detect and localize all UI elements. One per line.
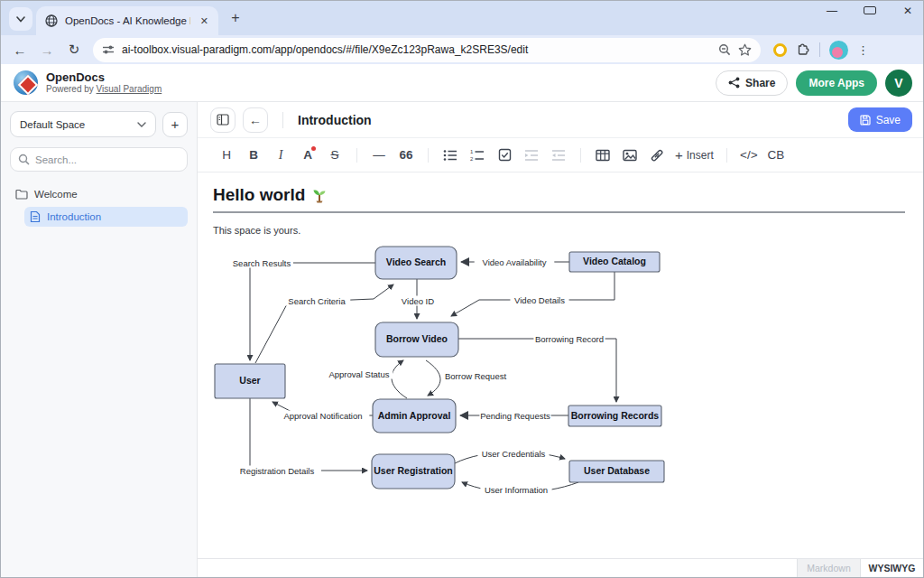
toolbar-strikethrough-button[interactable]: S [322,144,347,167]
panel-toggle-icon [217,114,229,126]
address-bar[interactable]: ai-toolbox.visual-paradigm.com/app/opend… [93,38,761,62]
document-icon [30,210,41,223]
app-subtitle: Powered by Visual Paradigm [46,84,162,94]
add-space-button[interactable]: + [162,112,188,137]
formatting-toolbar: HBIAS—6612+Insert</>CB [198,138,923,172]
user-avatar[interactable]: V [885,70,912,97]
diagram-node-video-catalog: Video Catalog [569,252,660,272]
window-close-button[interactable]: ✕ [901,5,914,17]
diagram-edge-label: Pending Requests [480,411,550,421]
tab-title: OpenDocs - AI Knowledge Base [65,15,190,26]
mode-markdown-button[interactable]: Markdown [797,559,860,577]
visual-paradigm-link[interactable]: Visual Paradigm [97,84,162,94]
window-minimize-button[interactable]: — [826,5,838,17]
dataflow-diagram[interactable]: Video SearchVideo CatalogBorrow VideoUse… [213,242,905,506]
url-text[interactable]: ai-toolbox.visual-paradigm.com/app/opend… [122,43,711,56]
toolbar-table-icon[interactable] [590,144,615,167]
save-button[interactable]: Save [848,107,912,132]
toolbar-text-color-button[interactable]: A [295,144,320,167]
diagram-edge-label: Approval Notification [283,411,362,421]
toolbar-code-block-button[interactable]: CB [763,144,789,167]
bookmark-star-icon[interactable] [738,43,752,57]
app-title-block: OpenDocs Powered by Visual Paradigm [46,71,162,94]
tab-search-button[interactable] [9,7,32,31]
document-canvas[interactable]: Hello world This space is yours. Video S… [198,172,923,558]
svg-text:Borrow Video: Borrow Video [386,333,448,344]
diagram-edge-label: Search Criteria [288,296,346,306]
forward-button[interactable]: → [35,38,59,61]
folder-icon [15,189,28,200]
toolbar-numbered-list-icon[interactable]: 12 [465,144,490,167]
diagram-node-admin-approval: Admin Approval [373,399,456,433]
reload-button[interactable]: ↻ [62,38,86,61]
more-apps-button[interactable]: More Apps [796,70,877,96]
profile-avatar[interactable] [829,41,848,60]
diagram-edge-label: Registration Details [240,466,315,476]
svg-text:User: User [239,375,260,386]
zoom-out-icon[interactable] [718,43,731,56]
toolbar-heading-button[interactable]: H [214,144,239,167]
diagram-edge-approval-status [392,360,407,398]
page-back-button[interactable]: ← [243,107,268,133]
diagram-node-user: User [215,364,285,398]
site-settings-icon[interactable] [102,44,115,55]
toolbar-blockquote-button[interactable]: 66 [393,144,419,167]
diagram-edge-search-results [250,263,375,360]
save-label: Save [876,114,901,126]
browser-menu-icon[interactable]: ⋮ [857,43,869,57]
svg-text:1: 1 [470,149,474,154]
extension-badge-icon[interactable] [773,43,787,57]
diagram-edge-label: Search Results [233,258,291,268]
toolbar-outdent-icon[interactable] [546,144,571,167]
svg-text:Admin Approval: Admin Approval [378,410,451,421]
toolbar-link-icon[interactable] [644,144,670,167]
toolbar-indent-icon[interactable] [519,144,544,167]
space-selector[interactable]: Default Space [10,111,156,137]
diagram-node-video-search: Video Search [375,247,457,279]
sidebar: Default Space + Welcome [1,102,198,577]
toolbar-bold-button[interactable]: B [241,144,266,167]
globe-favicon-icon [45,14,58,27]
diagram-edge-label: Borrow Request [445,371,506,381]
toolbar-divider [726,148,727,163]
app-title: OpenDocs [46,71,162,84]
tab-close-icon[interactable]: ✕ [198,15,211,27]
share-icon [728,77,740,89]
toolbar-divider [580,148,581,163]
toggle-sidebar-button[interactable] [210,107,236,133]
editor-pane: ← Introduction Save HBIAS—6612+Insert</>… [198,102,923,577]
diagram-edge-label: Approval Status [328,369,389,379]
extensions-puzzle-icon[interactable] [796,42,810,57]
toolbar-insert-button[interactable]: +Insert [671,144,717,167]
toolbar-horizontal-rule-button[interactable]: — [366,144,392,167]
diagram-node-borrowing-records: Borrowing Records [568,406,661,426]
toolbar-image-icon[interactable] [617,144,642,167]
editor-header: ← Introduction Save [198,102,923,138]
share-button[interactable]: Share [716,70,788,96]
mode-wysiwyg-button[interactable]: WYSIWYG [860,559,923,577]
toolbar-task-list-icon[interactable] [492,144,517,167]
browser-tab[interactable]: OpenDocs - AI Knowledge Base ✕ [36,6,218,35]
search-input[interactable] [35,154,162,165]
back-button[interactable]: ← [8,38,32,61]
toolbar-italic-button[interactable]: I [268,144,293,167]
toolbar-code-button[interactable]: </> [736,144,762,167]
seedling-emoji-icon [311,187,328,203]
window-maximize-button[interactable] [864,5,876,17]
sidebar-item-welcome[interactable]: Welcome [10,184,188,204]
diagram-edge-label: Video Availability [483,257,547,267]
powered-by-text: Powered by [46,84,97,94]
space-selector-value: Default Space [20,119,85,130]
new-tab-button[interactable]: + [224,6,247,30]
editor-statusbar: Markdown WYSIWYG [198,558,923,577]
browser-window: OpenDocs - AI Knowledge Base ✕ + — ✕ ← →… [0,0,924,578]
diagram-node-user-database: User Database [569,461,664,482]
diagram-edge-borrow-request [426,360,440,396]
page-title: Introduction [298,113,372,127]
toolbar-divider [428,148,429,163]
diagram-edge-registration-details [250,398,367,471]
sidebar-search[interactable] [10,147,188,172]
sidebar-item-introduction[interactable]: Introduction [24,207,188,227]
toolbar-bullet-list-icon[interactable] [438,144,463,167]
heading-rule [213,211,905,213]
